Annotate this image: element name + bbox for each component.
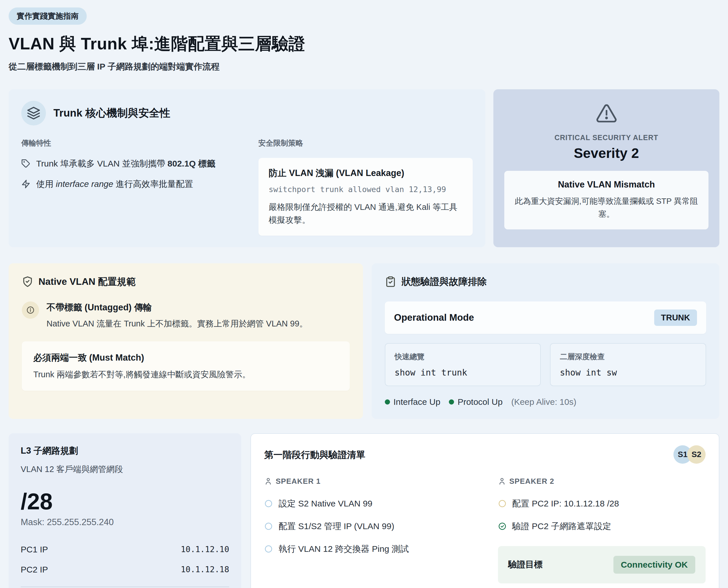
alert-issue-title: Native VLAN Mismatch	[514, 180, 699, 190]
vlan-leakage-card: 防止 VLAN 洩漏 (VLAN Leakage) switchport tru…	[258, 158, 473, 236]
checklist-header: 第一階段行動與驗證清單 S1 S2	[264, 445, 706, 464]
speaker1-column: SPEAKER 1 設定 S2 Native VLAN 99 配置 S1/S2 …	[264, 477, 472, 566]
must-match-description: Trunk 兩端參數若不對等,將觸發連線中斷或資安風險警示。	[33, 369, 338, 380]
unchecked-circle-icon[interactable]	[264, 545, 273, 553]
info-icon	[22, 301, 39, 319]
native-vlan-title: Native VLAN 配置規範	[39, 275, 136, 288]
person-icon	[498, 477, 506, 485]
interface-status-label: Interface Up	[393, 397, 440, 407]
operational-mode-bar: Operational Mode TRUNK	[385, 301, 706, 334]
keepalive-note: (Keep Alive: 10s)	[511, 397, 576, 407]
subnet-subtitle: VLAN 12 客戶端與網管網段	[21, 464, 229, 475]
speaker1-header: SPEAKER 1	[264, 477, 472, 486]
command-label: 二層深度檢查	[560, 352, 696, 362]
protocol-status: Protocol Up	[449, 397, 503, 407]
green-dot-icon	[449, 399, 454, 404]
leakage-description: 嚴格限制僅允許授權的 VLAN 通過,避免 Kali 等工具模擬攻擊。	[269, 201, 462, 227]
must-match-title: 必須兩端一致 (Must Match)	[33, 352, 338, 364]
checklist-item[interactable]: 配置 PC2 IP: 10.1.12.18 /28	[498, 498, 706, 510]
checklist-item-label: 配置 S1/S2 管理 IP (VLAN 99)	[278, 521, 394, 532]
command-card-layer2: 二層深度檢查 show int sw	[550, 343, 706, 386]
ip-row-pc1: PC1 IP 10.1.12.10	[21, 545, 229, 554]
transport-column: 傳輸特性 Trunk 埠承載多 VLAN 並強制攜帶 802.1Q 標籤 使用 …	[21, 138, 240, 236]
alert-issue-description: 此為重大資安漏洞,可能導致流量攔截或 STP 異常阻塞。	[514, 195, 699, 221]
warning-triangle-icon	[596, 103, 618, 124]
subnet-cidr: /28	[21, 490, 229, 513]
speaker-columns: SPEAKER 1 設定 S2 Native VLAN 99 配置 S1/S2 …	[264, 477, 706, 583]
top-row: Trunk 核心機制與安全性 傳輸特性 Trunk 埠承載多 VLAN 並強制攜…	[8, 89, 720, 247]
checklist-item-label: 設定 S2 Native VLAN 99	[278, 498, 373, 510]
command-text: show int sw	[560, 368, 696, 378]
phase1-checklist-card: 第一階段行動與驗證清單 S1 S2 SPEAKER 1	[250, 433, 720, 588]
speaker2-column: SPEAKER 2 配置 PC2 IP: 10.1.12.18 /28 驗證 P…	[498, 477, 706, 583]
checklist-title: 第一階段行動與驗證清單	[264, 445, 365, 461]
page-title: VLAN 與 Trunk 埠:進階配置與三層驗證	[8, 33, 720, 55]
untagged-item: 不帶標籤 (Untagged) 傳輸 Native VLAN 流量在 Trunk…	[22, 301, 350, 330]
untagged-texts: 不帶標籤 (Untagged) 傳輸 Native VLAN 流量在 Trunk…	[46, 301, 308, 330]
avatar-s2: S2	[687, 445, 706, 464]
verify-target-box: 驗證目標 Connectivity OK	[498, 546, 706, 583]
middle-row: Native VLAN 配置規範 不帶標籤 (Untagged) 傳輸 Nati…	[8, 263, 720, 419]
feature-text: Trunk 埠承載多 VLAN 並強制攜帶 802.1Q 標籤	[36, 158, 215, 170]
speaker1-name: SPEAKER 1	[276, 477, 320, 486]
ip-row-pc2: PC2 IP 10.1.12.18	[21, 565, 229, 574]
unchecked-circle-icon[interactable]	[264, 499, 273, 508]
person-icon	[264, 477, 272, 485]
ip-value: 10.1.12.18	[181, 565, 229, 574]
clipboard-check-icon	[385, 276, 396, 288]
verify-target-label: 驗證目標	[508, 559, 543, 570]
trunk-mechanics-card: Trunk 核心機制與安全性 傳輸特性 Trunk 埠承載多 VLAN 並強制攜…	[8, 89, 485, 247]
trunk-card-title: Trunk 核心機制與安全性	[54, 106, 170, 120]
must-match-card: 必須兩端一致 (Must Match) Trunk 兩端參數若不對等,將觸發連線…	[22, 341, 350, 391]
operational-mode-badge: TRUNK	[654, 310, 697, 326]
unchecked-circle-icon[interactable]	[264, 522, 273, 530]
ip-label: PC2 IP	[21, 565, 48, 574]
subnet-mask: Mask: 255.255.255.240	[21, 517, 229, 527]
untagged-description: Native VLAN 流量在 Trunk 上不加標籤。實務上常用於網管 VLA…	[46, 318, 308, 330]
feature-text: 使用 interface range 進行高效率批量配置	[36, 178, 193, 190]
unchecked-circle-icon[interactable]	[498, 499, 506, 508]
connectivity-ok-badge: Connectivity OK	[613, 556, 695, 574]
feature-8021q: Trunk 埠承載多 VLAN 並強制攜帶 802.1Q 標籤	[21, 158, 240, 170]
checklist-item[interactable]: 驗證 PC2 子網路遮罩設定	[498, 521, 706, 532]
operational-mode-label: Operational Mode	[394, 312, 474, 323]
tag-icon	[21, 159, 30, 168]
alert-severity: Severity 2	[504, 145, 708, 161]
command-label: 快速總覽	[395, 352, 531, 362]
command-card-overview: 快速總覽 show int trunk	[385, 343, 541, 386]
status-line: Interface Up Protocol Up (Keep Alive: 10…	[385, 397, 706, 407]
status-card-title: 狀態驗證與故障排除	[401, 275, 487, 288]
security-column: 安全限制策略 防止 VLAN 洩漏 (VLAN Leakage) switchp…	[258, 138, 473, 236]
protocol-status-label: Protocol Up	[457, 397, 503, 407]
green-dot-icon	[385, 399, 390, 404]
shield-check-icon	[22, 276, 33, 288]
subnet-title: L3 子網路規劃	[21, 445, 229, 457]
ip-label: PC1 IP	[21, 545, 48, 554]
checked-circle-icon[interactable]	[498, 522, 506, 530]
checklist-item[interactable]: 配置 S1/S2 管理 IP (VLAN 99)	[264, 521, 472, 532]
divider	[21, 587, 229, 587]
page-subtitle: 從二層標籤機制到三層 IP 子網路規劃的端對端實作流程	[8, 61, 720, 72]
speaker-avatars: S1 S2	[673, 445, 706, 464]
bottom-row: L3 子網路規劃 VLAN 12 客戶端與網管網段 /28 Mask: 255.…	[8, 433, 720, 588]
security-label: 安全限制策略	[258, 138, 473, 148]
bolt-icon	[21, 180, 30, 189]
alert-label: CRITICAL SECURITY ALERT	[504, 133, 708, 142]
checklist-item-label: 執行 VLAN 12 跨交換器 Ping 測試	[278, 543, 409, 555]
checklist-item[interactable]: 執行 VLAN 12 跨交換器 Ping 測試	[264, 543, 472, 555]
trunk-card-columns: 傳輸特性 Trunk 埠承載多 VLAN 並強制攜帶 802.1Q 標籤 使用 …	[21, 138, 473, 236]
command-text: show int trunk	[395, 368, 531, 378]
speaker2-header: SPEAKER 2	[498, 477, 706, 486]
speaker2-name: SPEAKER 2	[509, 477, 554, 486]
status-card-header: 狀態驗證與故障排除	[385, 275, 706, 288]
layers-icon	[21, 101, 46, 125]
checklist-item[interactable]: 設定 S2 Native VLAN 99	[264, 498, 472, 510]
alert-issue-card: Native VLAN Mismatch 此為重大資安漏洞,可能導致流量攔截或 …	[504, 171, 708, 229]
guide-badge: 實作實踐實施指南	[8, 7, 87, 25]
security-alert-card: CRITICAL SECURITY ALERT Severity 2 Nativ…	[493, 89, 720, 247]
l3-subnet-card: L3 子網路規劃 VLAN 12 客戶端與網管網段 /28 Mask: 255.…	[8, 433, 241, 588]
checklist-item-label: 驗證 PC2 子網路遮罩設定	[512, 521, 611, 532]
ip-value: 10.1.12.10	[181, 545, 229, 554]
untagged-title: 不帶標籤 (Untagged) 傳輸	[46, 301, 308, 314]
native-vlan-card: Native VLAN 配置規範 不帶標籤 (Untagged) 傳輸 Nati…	[8, 263, 363, 419]
